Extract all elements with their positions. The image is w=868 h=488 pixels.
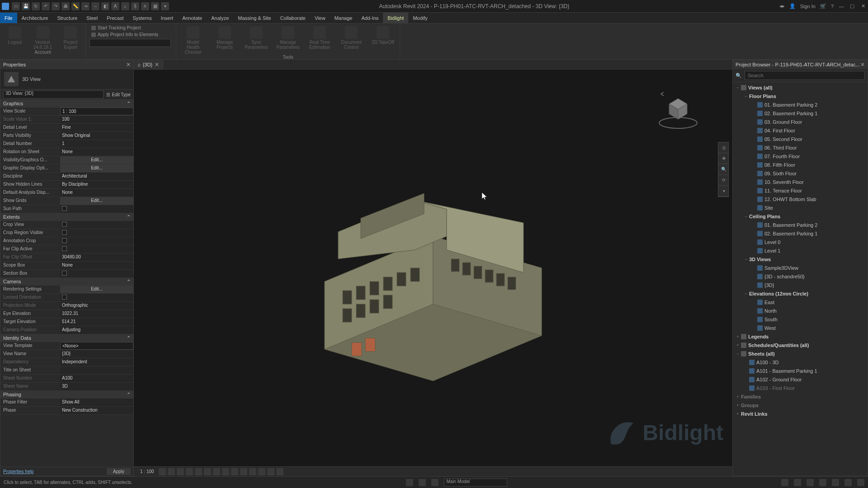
lock-view-icon[interactable]: [222, 468, 229, 475]
tree-node[interactable]: 02. Basement Parking 1: [733, 109, 868, 117]
steering-wheel-icon[interactable]: ◎: [718, 142, 729, 153]
prop-value[interactable]: None: [60, 262, 133, 269]
ribbon-manage-projects[interactable]: Manage Projects: [212, 26, 238, 50]
menu-modify[interactable]: Modify: [408, 13, 432, 23]
properties-close-icon[interactable]: ✕: [126, 61, 131, 68]
tree-node[interactable]: East: [733, 298, 868, 306]
show-crop-icon[interactable]: [213, 468, 220, 475]
prop-value[interactable]: {3D}: [60, 350, 133, 358]
project-browser-search[interactable]: [745, 71, 865, 80]
recent-icon[interactable]: ◂▸: [779, 3, 785, 9]
tree-node[interactable]: A103 - First Floor: [733, 384, 868, 392]
thin-lines-icon[interactable]: ≡: [141, 2, 149, 10]
tree-twisty-icon[interactable]: +: [735, 343, 741, 347]
menu-collaborate[interactable]: Collaborate: [276, 13, 310, 23]
design-options-icon[interactable]: [431, 479, 439, 486]
temp-view-props-icon[interactable]: [258, 468, 265, 475]
tree-node[interactable]: A100 - 3D: [733, 358, 868, 366]
tree-node[interactable]: 09. Sixth Floor: [733, 169, 868, 178]
checkbox-icon[interactable]: [62, 230, 67, 235]
editable-only-icon[interactable]: [419, 479, 426, 486]
tree-node[interactable]: {3D - schandre50}: [733, 272, 868, 281]
properties-help-link[interactable]: Properties help: [3, 469, 33, 474]
menu-analyze[interactable]: Analyze: [207, 13, 233, 23]
sign-in-link[interactable]: Sign In: [800, 4, 816, 9]
orbit-icon[interactable]: ⟳: [718, 175, 729, 186]
checkbox-icon[interactable]: [62, 238, 67, 243]
reveal-hidden-icon[interactable]: [240, 468, 247, 475]
menu-massing-site[interactable]: Massing & Site: [233, 13, 275, 23]
prop-section-phasing[interactable]: Phasing⌃: [0, 391, 133, 399]
open-icon[interactable]: ▭: [12, 2, 20, 10]
tree-node[interactable]: −Sheets (all): [733, 349, 868, 358]
checkbox-icon[interactable]: [62, 206, 67, 211]
3d-canvas[interactable]: ◎ ✥ 🔍 ⟳ ▾ Bidlight: [134, 70, 732, 466]
select-links-icon[interactable]: [781, 479, 788, 486]
help-icon[interactable]: ?: [831, 4, 834, 9]
constraints-icon[interactable]: [276, 468, 283, 475]
menu-precast[interactable]: Precast: [102, 13, 128, 23]
tree-node[interactable]: 01. Basement Parking 2: [733, 221, 868, 229]
prop-value[interactable]: [60, 221, 133, 229]
select-face-icon[interactable]: [819, 479, 826, 486]
edit-type-button[interactable]: ☰Edit Type: [106, 92, 131, 97]
tree-node[interactable]: 06. Third Floor: [733, 143, 868, 152]
ribbon-version-24-8-19-1[interactable]: Version 24.8.19.1: [32, 26, 54, 50]
prop-value[interactable]: 1: [60, 140, 133, 148]
drag-elem-icon[interactable]: [832, 479, 839, 486]
prop-value[interactable]: [60, 205, 133, 213]
ribbon-model-health-checker[interactable]: Model Health Checker: [180, 26, 206, 55]
apply-project-info[interactable]: Apply Project Info to Elements: [90, 31, 172, 38]
tree-node[interactable]: South: [733, 315, 868, 324]
prop-value[interactable]: Edit...: [60, 156, 133, 164]
select-underlay-icon[interactable]: [794, 479, 801, 486]
tree-node[interactable]: 01. Basement Parking 2: [733, 100, 868, 109]
tree-twisty-icon[interactable]: +: [735, 412, 741, 416]
prop-section-extents[interactable]: Extents⌃: [0, 213, 133, 221]
view-icon[interactable]: ⌂: [121, 2, 129, 10]
tree-twisty-icon[interactable]: +: [735, 394, 741, 399]
apply-button[interactable]: Apply: [107, 468, 131, 475]
redo-icon[interactable]: ↷: [52, 2, 60, 10]
tree-node[interactable]: −Ceiling Plans: [733, 212, 868, 221]
menu-bidlight[interactable]: Bidlight: [383, 13, 408, 23]
prop-value[interactable]: Edit...: [60, 197, 133, 205]
menu-view[interactable]: View: [310, 13, 330, 23]
prop-value[interactable]: Edit...: [60, 286, 133, 293]
tree-node[interactable]: North: [733, 306, 868, 315]
tree-twisty-icon[interactable]: +: [735, 403, 741, 408]
prop-value[interactable]: [60, 366, 133, 374]
tree-node[interactable]: 05. Second Floor: [733, 135, 868, 143]
workset-icon[interactable]: [406, 479, 413, 486]
undo-icon[interactable]: ↶: [42, 2, 50, 10]
background-icon[interactable]: [857, 479, 864, 486]
dim-icon[interactable]: ↔: [91, 2, 99, 10]
tree-node[interactable]: Level 1: [733, 246, 868, 255]
tree-twisty-icon[interactable]: −: [735, 85, 741, 90]
tree-node[interactable]: −Elevations (12mm Circle): [733, 289, 868, 298]
prop-value[interactable]: Fine: [60, 124, 133, 131]
prop-value[interactable]: [60, 270, 133, 277]
minimize-button[interactable]: —: [838, 3, 844, 9]
temp-hide-icon[interactable]: [231, 468, 238, 475]
tree-node[interactable]: 02. Basement Parking 1: [733, 229, 868, 238]
tree-twisty-icon[interactable]: −: [743, 214, 749, 219]
menu-file[interactable]: File: [0, 13, 17, 23]
print-icon[interactable]: 🖶: [61, 2, 70, 10]
tree-node[interactable]: 04. First Floor: [733, 126, 868, 135]
start-tracking-project[interactable]: Start Tracking Project: [90, 24, 172, 31]
tree-node[interactable]: 07. Fourth Floor: [733, 152, 868, 160]
ribbon-logout[interactable]: Logout: [4, 26, 26, 45]
tree-node[interactable]: A101 - Basement Parking 1: [733, 366, 868, 375]
tree-twisty-icon[interactable]: −: [743, 291, 749, 296]
prop-value[interactable]: Architectural: [60, 173, 133, 180]
switch-windows-icon[interactable]: ▾: [161, 2, 169, 10]
view-tab-3d[interactable]: ⌂ {3D} ✕: [134, 60, 163, 69]
measure-icon[interactable]: 📏: [71, 2, 80, 10]
tree-node[interactable]: +Revit Links: [733, 409, 868, 418]
select-pinned-icon[interactable]: [807, 479, 814, 486]
tree-node[interactable]: 12. OHWT Bottom Slab: [733, 195, 868, 203]
menu-annotate[interactable]: Annotate: [178, 13, 207, 23]
prop-value[interactable]: Show All: [60, 399, 133, 406]
tree-node[interactable]: West: [733, 324, 868, 332]
